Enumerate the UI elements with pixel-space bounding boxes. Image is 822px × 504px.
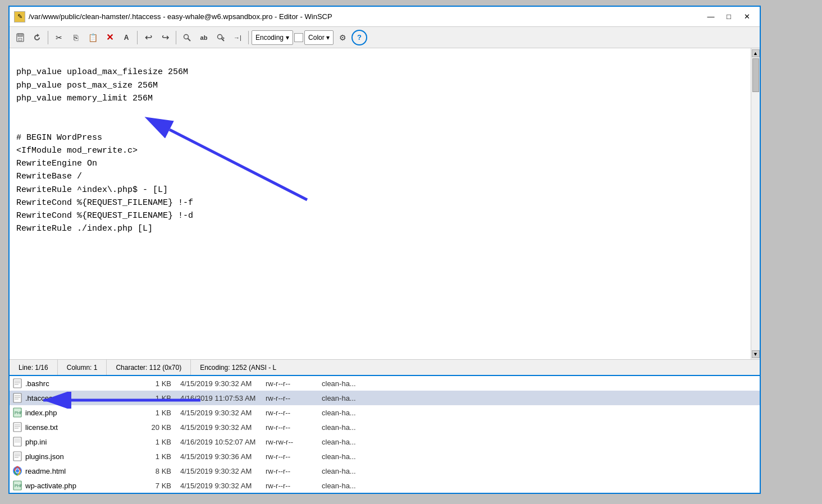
filesize-licensetxt: 20 KB [138, 423, 171, 432]
color-label: Color ▾ [308, 34, 330, 42]
filesize-phpini: 1 KB [138, 438, 171, 446]
close-button[interactable]: ✕ [738, 11, 755, 23]
fileperm-licensetxt: rw-r--r-- [261, 423, 317, 432]
file-icon-pluginsjson [12, 451, 23, 461]
filename-pluginsjson: plugins.json [25, 452, 138, 461]
settings-button[interactable]: ⚙ [335, 30, 350, 45]
fileperm-readmehtml: rw-r--r-- [261, 467, 317, 475]
filename-wpactivate: wp-activate.php [25, 482, 138, 490]
code-line-12: RewriteCond %{REQUEST_FILENAME} !-d [16, 211, 193, 221]
svg-text:PHP: PHP [15, 484, 22, 488]
fileowner-htaccess: clean-ha... [317, 394, 373, 402]
fileowner-readmehtml: clean-ha... [317, 467, 373, 475]
fileowner-pluginsjson: clean-ha... [317, 452, 373, 461]
fileowner-phpini: clean-ha... [317, 438, 373, 446]
filename-indexphp: index.php [25, 409, 138, 417]
code-line-2: php_value post_max_size 256M [16, 81, 158, 90]
reload-button[interactable] [29, 30, 45, 45]
filesize-indexphp: 1 KB [138, 409, 171, 417]
svg-rect-11 [13, 379, 21, 388]
filedate-licensetxt: 4/15/2019 9:30:32 AM [171, 423, 261, 432]
svg-point-5 [218, 34, 222, 39]
fileperm-pluginsjson: rw-r--r-- [261, 452, 317, 461]
separator-1 [48, 31, 48, 44]
svg-rect-27 [13, 452, 21, 461]
filedate-phpini: 4/16/2019 10:52:07 AM [171, 438, 261, 446]
separator-2 [137, 31, 138, 44]
copy-button[interactable]: ⎘ [68, 30, 84, 45]
fileowner-indexphp: clean-ha... [317, 409, 373, 417]
file-row-bashrc[interactable]: .bashrc 1 KB 4/15/2019 9:30:32 AM rw-r--… [10, 376, 760, 391]
scroll-down-arrow[interactable]: ▼ [752, 350, 760, 358]
go-to-line-button[interactable]: →| [230, 30, 245, 45]
fileowner-wpactivate: clean-ha... [317, 482, 373, 490]
status-encoding: Encoding: 1252 (ANSI - L [191, 360, 285, 375]
filedate-readmehtml: 4/15/2019 9:30:32 AM [171, 467, 261, 475]
filename-phpini: php.ini [25, 438, 138, 446]
paste-button[interactable]: 📋 [85, 30, 101, 45]
file-row-htaccess[interactable]: .htaccess 1 KB 4/16/2019 11:07:53 AM rw-… [10, 391, 760, 405]
scroll-up-arrow[interactable]: ▲ [752, 49, 760, 57]
encoding-label: Encoding [255, 34, 284, 42]
filedate-wpactivate: 4/15/2019 9:30:32 AM [171, 482, 261, 490]
file-icon-wpactivate: PHP [12, 480, 23, 491]
encoding-dropdown-arrow: ▾ [286, 34, 289, 42]
scroll-track[interactable] [752, 58, 759, 349]
filesize-wpactivate: 7 KB [138, 482, 171, 490]
delete-button[interactable]: ✕ [102, 30, 117, 45]
filename-licensetxt: license.txt [25, 423, 138, 432]
file-row-indexphp[interactable]: PHP index.php 1 KB 4/15/2019 9:30:32 AM … [10, 405, 760, 420]
filedate-pluginsjson: 4/15/2019 9:30:36 AM [171, 452, 261, 461]
filedate-indexphp: 4/15/2019 9:30:32 AM [171, 409, 261, 417]
find-next-button[interactable] [213, 30, 229, 45]
file-row-licensetxt[interactable]: license.txt 20 KB 4/15/2019 9:30:32 AM r… [10, 420, 760, 434]
file-row-phpini[interactable]: php.ini 1 KB 4/16/2019 10:52:07 AM rw-rw… [10, 434, 760, 449]
svg-line-4 [188, 38, 191, 41]
cut-button[interactable]: ✂ [51, 30, 67, 45]
find-button[interactable] [179, 30, 195, 45]
undo-button[interactable]: ↩ [140, 30, 156, 45]
file-row-pluginsjson[interactable]: plugins.json 1 KB 4/15/2019 9:30:36 AM r… [10, 449, 760, 464]
file-icon-phpini [12, 437, 23, 447]
editor-area: php_value upload_max_filesize 256M php_v… [10, 48, 760, 359]
save-button[interactable] [12, 30, 28, 45]
code-line-1: php_value upload_max_filesize 256M [16, 67, 188, 77]
select-all-button[interactable]: A [118, 30, 134, 45]
svg-point-3 [184, 34, 189, 39]
filesize-bashrc: 1 KB [138, 379, 171, 388]
help-button[interactable]: ? [351, 30, 367, 45]
minimize-button[interactable]: — [702, 11, 719, 23]
fileperm-wpactivate: rw-r--r-- [261, 482, 317, 490]
file-icon-readmehtml [12, 466, 23, 476]
code-line-9: RewriteBase / [16, 172, 82, 181]
app-icon: ✎ [14, 11, 25, 22]
title-bar: ✎ /var/www/public/clean-hamster/.htacces… [10, 7, 760, 27]
code-line-10: RewriteRule ^index\.php$ - [L] [16, 185, 168, 195]
maximize-button[interactable]: □ [720, 11, 737, 23]
file-icon-htaccess [12, 393, 23, 403]
svg-rect-21 [13, 423, 21, 432]
filesize-pluginsjson: 1 KB [138, 452, 171, 461]
editor-content[interactable]: php_value upload_max_filesize 256M php_v… [10, 48, 751, 359]
vertical-scrollbar[interactable]: ▲ ▼ [751, 48, 760, 359]
window-title: /var/www/public/clean-hamster/.htaccess … [29, 12, 332, 21]
fileowner-licensetxt: clean-ha... [317, 423, 373, 432]
code-line-8: RewriteEngine On [16, 159, 97, 168]
svg-rect-26 [15, 438, 20, 443]
status-line: Line: 1/16 [10, 360, 58, 375]
encoding-dropdown[interactable]: Encoding ▾ [252, 30, 293, 45]
title-bar-left: ✎ /var/www/public/clean-hamster/.htacces… [14, 11, 332, 22]
find-replace-button[interactable]: ab [196, 30, 212, 45]
file-row-wpactivate[interactable]: PHP wp-activate.php 7 KB 4/15/2019 9:30:… [10, 478, 760, 493]
main-window: ✎ /var/www/public/clean-hamster/.htacces… [8, 6, 761, 494]
code-editor[interactable]: php_value upload_max_filesize 256M php_v… [10, 48, 751, 359]
filesize-readmehtml: 8 KB [138, 467, 171, 475]
redo-button[interactable]: ↪ [157, 30, 173, 45]
filedate-bashrc: 4/15/2019 9:30:32 AM [171, 379, 261, 388]
status-bar: Line: 1/16 Column: 1 Character: 112 (0x7… [10, 359, 760, 375]
scroll-thumb[interactable] [752, 58, 759, 92]
color-box [294, 33, 303, 42]
svg-rect-2 [19, 38, 22, 41]
file-row-readmehtml[interactable]: readme.html 8 KB 4/15/2019 9:30:32 AM rw… [10, 464, 760, 478]
color-dropdown[interactable]: Color ▾ [304, 30, 334, 45]
